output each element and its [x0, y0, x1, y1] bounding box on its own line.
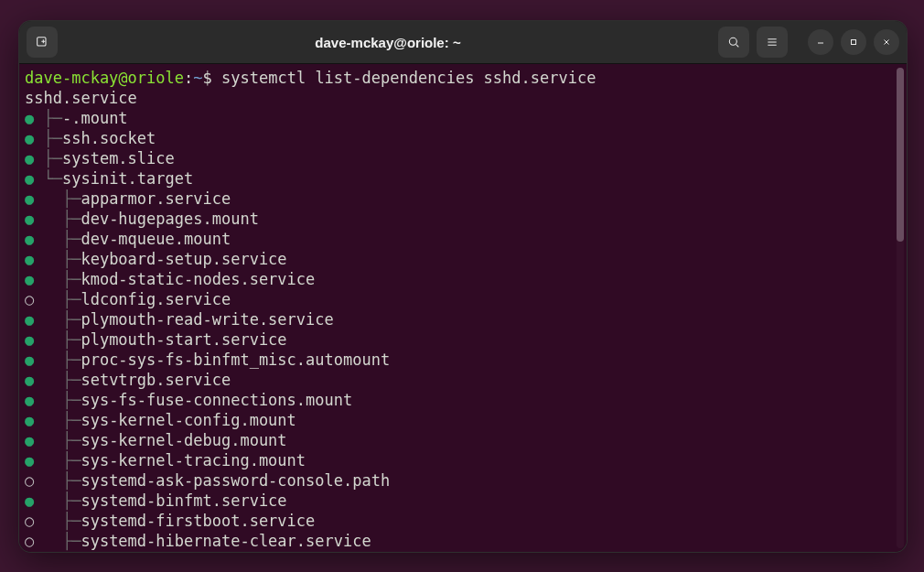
- tree-branch: ├─: [34, 129, 62, 147]
- svg-line-4: [736, 45, 739, 48]
- prompt-path: ~: [193, 69, 202, 87]
- tree-row: ○ ├─systemd-firstboot.service: [25, 511, 901, 531]
- svg-rect-9: [852, 40, 856, 45]
- hamburger-icon: [765, 35, 779, 49]
- scrollbar[interactable]: [897, 68, 904, 548]
- status-dot-active-icon: ●: [25, 491, 34, 511]
- terminal-body[interactable]: dave-mckay@oriole:~$ systemctl list-depe…: [19, 64, 907, 552]
- tree-branch: └─: [34, 169, 62, 188]
- tree-branch: ├─: [34, 210, 81, 228]
- maximize-icon: [848, 37, 859, 48]
- tree-row: ○ ├─ldconfig.service: [25, 289, 901, 309]
- status-dot-active-icon: ●: [25, 370, 34, 390]
- tree-branch: ├─: [34, 411, 81, 429]
- search-button[interactable]: [718, 27, 749, 58]
- tree-branch: ├─: [34, 149, 62, 167]
- status-dot-active-icon: ●: [25, 410, 34, 430]
- unit-name: plymouth-read-write.service: [81, 310, 333, 329]
- tree-branch: ├─: [34, 512, 81, 530]
- status-dot-active-icon: ●: [25, 209, 34, 229]
- status-dot-inactive-icon: ○: [25, 511, 34, 531]
- unit-name: sys-kernel-tracing.mount: [81, 451, 306, 469]
- status-dot-active-icon: ●: [25, 128, 34, 148]
- minimize-button[interactable]: [808, 29, 833, 55]
- tree-branch: ├─: [34, 532, 81, 550]
- tree-row: ● └─sysinit.target: [25, 168, 901, 189]
- unit-name: systemd-ask-password-console.path: [81, 471, 390, 490]
- scrollbar-thumb[interactable]: [897, 68, 904, 242]
- tree-row: ● ├─setvtrgb.service: [25, 370, 901, 390]
- tree-row: ● ├─sys-fs-fuse-connections.mount: [25, 390, 901, 410]
- unit-name: dev-hugepages.mount: [81, 210, 258, 228]
- prompt-line: dave-mckay@oriole:~$ systemctl list-depe…: [25, 68, 901, 88]
- terminal-window: dave-mckay@oriole: ~: [18, 20, 908, 553]
- window-title: dave-mckay@oriole: ~: [65, 35, 711, 50]
- new-tab-icon: [35, 35, 49, 49]
- unit-name: setvtrgb.service: [81, 371, 231, 389]
- search-icon: [726, 35, 741, 49]
- status-dot-active-icon: ●: [25, 329, 34, 350]
- unit-name: systemd-binfmt.service: [81, 491, 286, 510]
- prompt-user: dave-mckay: [25, 69, 118, 87]
- status-dot-active-icon: ●: [25, 450, 34, 470]
- tree-row: ● ├─plymouth-read-write.service: [25, 309, 901, 329]
- tree-branch: ├─: [34, 330, 81, 349]
- tree-branch: ├─: [34, 250, 81, 268]
- hamburger-menu-button[interactable]: [757, 27, 788, 58]
- maximize-button[interactable]: [841, 29, 866, 55]
- command-text: systemctl list-dependencies sshd.service: [221, 69, 596, 87]
- prompt-host: oriole: [128, 69, 184, 87]
- dependency-tree: ● ├─-.mount● ├─ssh.socket● ├─system.slic…: [25, 108, 901, 551]
- unit-name: plymouth-start.service: [81, 330, 286, 349]
- tree-row: ● ├─-.mount: [25, 108, 901, 128]
- status-dot-inactive-icon: ○: [25, 289, 34, 309]
- tree-row: ● ├─sys-kernel-debug.mount: [25, 430, 901, 450]
- tree-branch: ├─: [34, 431, 81, 449]
- status-dot-active-icon: ●: [25, 229, 34, 249]
- tree-row: ● ├─dev-hugepages.mount: [25, 209, 901, 229]
- unit-name: apparmor.service: [81, 189, 231, 208]
- tree-branch: ├─: [34, 290, 81, 308]
- unit-name: system.slice: [62, 149, 175, 167]
- unit-name: kmod-static-nodes.service: [81, 270, 315, 288]
- tree-row: ● ├─ssh.socket: [25, 128, 901, 148]
- tree-row: ○ ├─systemd-ask-password-console.path: [25, 470, 901, 491]
- tree-row: ● ├─apparmor.service: [25, 189, 901, 209]
- status-dot-inactive-icon: ○: [25, 470, 34, 491]
- unit-name: ldconfig.service: [81, 290, 231, 308]
- tree-row: ● ├─kmod-static-nodes.service: [25, 269, 901, 289]
- status-dot-active-icon: ●: [25, 189, 34, 209]
- tree-branch: ├─: [34, 391, 81, 409]
- unit-name: proc-sys-fs-binfmt_misc.automount: [81, 351, 390, 369]
- status-dot-active-icon: ●: [25, 430, 34, 450]
- unit-name: sys-kernel-config.mount: [81, 411, 295, 429]
- tree-branch: ├─: [34, 230, 81, 248]
- tree-row: ● ├─proc-sys-fs-binfmt_misc.automount: [25, 350, 901, 370]
- tree-branch: ├─: [34, 451, 81, 469]
- tree-row: ● ├─dev-mqueue.mount: [25, 229, 901, 249]
- tree-row: ● ├─sys-kernel-tracing.mount: [25, 450, 901, 470]
- status-dot-active-icon: ●: [25, 309, 34, 329]
- tree-row: ● ├─sys-kernel-config.mount: [25, 410, 901, 430]
- tree-branch: ├─: [34, 270, 81, 288]
- status-dot-active-icon: ●: [25, 269, 34, 289]
- unit-name: systemd-firstboot.service: [81, 512, 315, 530]
- status-dot-inactive-icon: ○: [25, 531, 34, 551]
- unit-name: systemd-hibernate-clear.service: [81, 532, 371, 550]
- unit-name: sys-fs-fuse-connections.mount: [81, 391, 352, 409]
- close-button[interactable]: [874, 29, 899, 55]
- status-dot-active-icon: ●: [25, 390, 34, 410]
- new-tab-button[interactable]: [27, 27, 58, 58]
- unit-name: dev-mqueue.mount: [81, 230, 231, 248]
- minimize-icon: [815, 37, 826, 48]
- unit-name: -.mount: [62, 109, 128, 127]
- tree-branch: ├─: [34, 351, 81, 369]
- status-dot-active-icon: ●: [25, 249, 34, 269]
- tree-row: ● ├─plymouth-start.service: [25, 329, 901, 350]
- tree-branch: ├─: [34, 109, 62, 127]
- titlebar: dave-mckay@oriole: ~: [19, 21, 907, 64]
- tree-branch: ├─: [34, 371, 81, 389]
- root-unit: sshd.service: [25, 88, 901, 108]
- tree-branch: ├─: [34, 491, 81, 510]
- unit-name: keyboard-setup.service: [81, 250, 286, 268]
